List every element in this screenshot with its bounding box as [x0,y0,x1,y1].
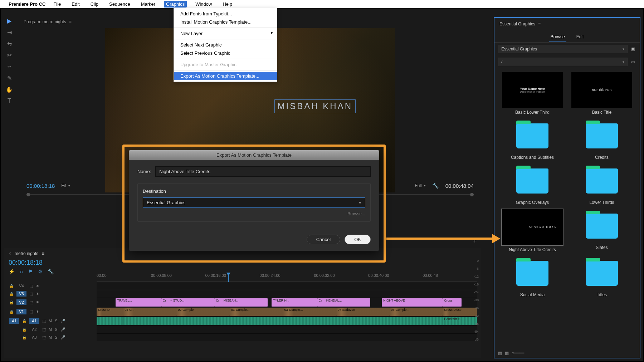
library-icon[interactable]: ▣ [630,46,636,52]
folder-icon [586,168,618,194]
eg-item-label: Captions and Subtitles [511,155,554,160]
eg-title: Essential Graphics [499,21,535,26]
mic-icon[interactable]: 🎤 [60,327,65,332]
clip[interactable]: 06-Comple... [390,308,443,316]
track-a2[interactable]: A2 [29,327,39,332]
folder-icon[interactable]: ▭ [630,59,636,65]
folder-icon [586,123,618,148]
destination-label: Destination [143,189,365,194]
graphic-title-overlay[interactable]: MISBAH KHAN [274,99,356,113]
track-a1[interactable]: A1 [29,318,39,324]
eg-item[interactable]: Your Name HereDescription of PositionBas… [501,72,564,115]
eg-item[interactable]: Lower Thirds [570,164,633,205]
menu-new-layer[interactable]: New Layer [174,29,277,38]
panel-menu-icon[interactable]: ≡ [42,251,44,256]
clip[interactable]: 07-Sadovoe [336,308,390,316]
eg-item[interactable]: Slates [570,209,633,252]
clip[interactable] [97,317,123,325]
clip[interactable]: Cross Di [97,308,123,316]
hand-tool-icon[interactable]: ✋ [6,86,13,93]
clip[interactable] [123,317,443,325]
eye-icon[interactable] [36,284,39,288]
menu-window[interactable]: Window [193,1,214,8]
eg-item[interactable]: Your Title HereBasic Title [570,72,633,115]
zoom-fit-dropdown[interactable]: Fit [61,183,70,188]
clip[interactable]: MISBAH... [222,298,268,307]
track-v2[interactable]: V2 [16,299,26,305]
track-v3[interactable]: V3 [16,291,26,297]
settings-icon[interactable]: 🔧 [432,182,439,189]
ripple-edit-icon[interactable]: ⇆ [6,40,13,47]
browse-button[interactable]: Browse... [347,211,365,216]
clip[interactable]: Cross [443,298,462,307]
menu-graphics[interactable]: Graphics [164,1,187,8]
track-v4[interactable]: V4 [16,283,26,289]
lock-icon[interactable] [9,284,14,288]
list-view-icon[interactable]: ▤ [498,351,502,356]
eg-item-label: Lower Thirds [589,200,614,205]
eg-item[interactable]: MISBAH KHANNight Above Title Credits [501,209,564,252]
dialog-title: Export As Motion Graphics Template [129,150,379,160]
snap-icon[interactable]: ⚡ [9,269,15,274]
menu-add-fonts[interactable]: Add Fonts from Typekit... [174,10,277,18]
pen-tool-icon[interactable]: ✎ [6,74,13,82]
menu-select-next[interactable]: Select Next Graphic [174,41,277,49]
menu-help[interactable]: Help [220,1,234,8]
name-field[interactable]: Night Above Title Credits [155,166,371,177]
track-a3[interactable]: A3 [29,334,39,340]
mic-icon[interactable]: 🎤 [60,335,65,340]
graphics-dropdown: Add Fonts from Typekit... Install Motion… [174,8,277,82]
program-tc-in[interactable]: 00:00:18:18 [26,183,55,189]
time-ruler[interactable]: 00:00 00:00:08:00 00:00:16:00 00:00:24:0… [97,273,477,282]
clip[interactable]: TYLER N... [272,298,317,307]
clip[interactable]: + STUD... [169,298,215,307]
eg-item[interactable]: Titles [570,256,633,297]
menu-export-mogrt[interactable]: Export As Motion Graphics Template... [174,72,277,80]
destination-dropdown[interactable]: Essential Graphics [143,197,365,208]
slip-tool-icon[interactable]: ↔ [6,63,13,70]
eg-item[interactable]: Captions and Subtitles [501,119,564,160]
clip[interactable]: KENDAL... [325,298,371,307]
menu-install-mogrt[interactable]: Install Motion Graphics Template... [174,18,277,26]
link-icon[interactable]: ∩ [20,269,23,274]
cancel-button[interactable]: Cancel [307,235,340,244]
menu-edit[interactable]: Edit [69,1,82,8]
menu-clip[interactable]: Clip [88,1,101,8]
wrench-icon[interactable]: 🔧 [48,269,54,274]
src-a1[interactable]: A1 [9,318,19,324]
tutorial-arrow-icon [386,238,494,240]
eg-source-dropdown[interactable]: Essential Graphics [498,45,628,53]
menu-sequence[interactable]: Sequence [107,1,132,8]
clip[interactable]: TRAVEL... [116,298,161,307]
name-label: Name: [137,169,151,174]
menu-select-prev[interactable]: Select Previous Graphic [174,49,277,57]
marker-icon[interactable]: ⚑ [28,269,33,274]
eg-item[interactable]: Graphic Overlays [501,164,564,205]
eg-item-label: Social Media [520,292,545,297]
clip[interactable]: 04-C... [123,308,176,316]
type-tool-icon[interactable]: T [6,97,13,104]
clip[interactable]: 01-Comple... [230,308,283,316]
menu-marker[interactable]: Marker [139,1,157,8]
panel-menu-icon[interactable]: ≡ [538,21,541,26]
tab-edit[interactable]: Edit [575,32,585,42]
eg-item[interactable]: Credits [570,119,633,160]
razor-tool-icon[interactable]: ✂ [6,52,13,59]
grid-view-icon[interactable]: ▦ [505,351,509,356]
eg-path-dropdown[interactable]: / [498,58,628,66]
mic-icon[interactable]: 🎤 [60,319,65,323]
eg-item[interactable]: Social Media [501,256,564,297]
track-v1[interactable]: V1 [16,309,26,314]
selection-tool-icon[interactable]: ▶ [6,17,13,24]
menu-file[interactable]: File [51,1,63,8]
clip[interactable]: 03-Comple... [283,308,336,316]
clip[interactable]: NIGHT ABOVE [382,298,443,307]
resolution-dropdown[interactable]: Full [415,183,425,188]
ok-button[interactable]: OK [345,235,371,244]
clip[interactable]: 02-Comple... [176,308,230,316]
settings-icon[interactable]: ⚙ [38,269,43,274]
tab-browse[interactable]: Browse [549,32,566,42]
panel-menu-icon[interactable]: ≡ [69,19,72,24]
zoom-slider-icon[interactable]: ○━━━━ [512,351,524,356]
track-select-icon[interactable]: ⇥ [6,29,13,36]
